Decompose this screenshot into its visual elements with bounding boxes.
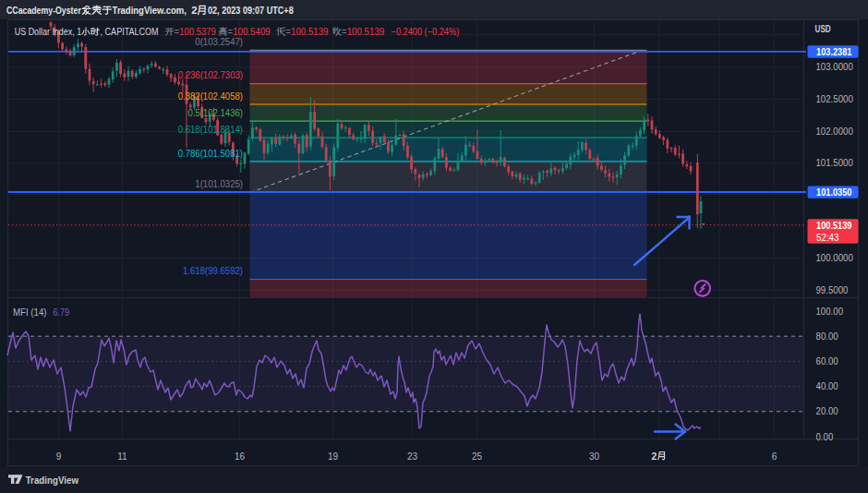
svg-text:2: 2: [652, 451, 657, 462]
svg-text:100.5379: 100.5379: [179, 27, 216, 37]
svg-text:100.5139: 100.5139: [816, 221, 852, 231]
svg-text:60.00: 60.00: [816, 356, 839, 367]
svg-text:0.618(101.8814): 0.618(101.8814): [178, 125, 243, 135]
svg-text:102.5000: 102.5000: [816, 94, 854, 104]
svg-text:99.5000: 99.5000: [816, 285, 849, 295]
svg-text:11: 11: [117, 451, 127, 462]
svg-text:40.00: 40.00: [816, 381, 839, 391]
svg-text:19: 19: [328, 451, 339, 462]
svg-text:103.0000: 103.0000: [816, 62, 854, 72]
svg-text:80.00: 80.00: [816, 331, 839, 342]
svg-text:TradingView.com,: TradingView.com,: [113, 5, 187, 16]
svg-text:1.618(99.6592): 1.618(99.6592): [183, 266, 243, 276]
svg-text:0.5(102.1436): 0.5(102.1436): [187, 108, 243, 118]
svg-text:6: 6: [772, 451, 778, 462]
svg-text:100.00: 100.00: [816, 307, 844, 317]
svg-text:−0.2400 (−0.24%): −0.2400 (−0.24%): [392, 27, 460, 37]
svg-text:0.00: 0.00: [816, 432, 834, 442]
svg-text:102.0000: 102.0000: [816, 126, 854, 137]
svg-text:25: 25: [472, 451, 483, 462]
svg-text:6.79: 6.79: [54, 307, 70, 318]
svg-text:103.2381: 103.2381: [816, 47, 852, 57]
svg-text:1(101.0325): 1(101.0325): [195, 179, 243, 189]
svg-text:100.5139: 100.5139: [291, 27, 329, 37]
svg-text:23: 23: [407, 451, 418, 462]
svg-text:100.5409: 100.5409: [233, 27, 271, 37]
svg-text:CCacademy-Oyster: CCacademy-Oyster: [6, 5, 81, 16]
svg-text:TradingView: TradingView: [26, 475, 79, 486]
svg-text:0.786(101.5081): 0.786(101.5081): [178, 149, 243, 159]
svg-text:MFI (14): MFI (14): [13, 307, 47, 318]
svg-text:0.382(102.4058): 0.382(102.4058): [178, 91, 243, 102]
svg-text:100.0000: 100.0000: [816, 253, 854, 263]
svg-text:US Dollar Index, 1: US Dollar Index, 1: [15, 27, 82, 37]
svg-text:20.00: 20.00: [816, 406, 839, 416]
svg-text:0(103.2547): 0(103.2547): [195, 37, 243, 47]
svg-text:30: 30: [589, 451, 600, 462]
svg-text:USD: USD: [815, 24, 831, 34]
svg-text:2: 2: [191, 5, 197, 16]
svg-text:100.5139: 100.5139: [347, 27, 385, 37]
svg-text:101.5000: 101.5000: [816, 158, 854, 168]
svg-text:9: 9: [56, 451, 62, 462]
svg-text:0.236(102.7303): 0.236(102.7303): [178, 70, 243, 80]
svg-text:52:43: 52:43: [816, 233, 839, 243]
svg-text:101.0350: 101.0350: [816, 187, 852, 198]
svg-text:16: 16: [235, 451, 246, 462]
svg-text:02, 2023 09:07 UTC+8: 02, 2023 09:07 UTC+8: [208, 5, 294, 16]
svg-text:, CAPITALCOM: , CAPITALCOM: [101, 27, 159, 37]
